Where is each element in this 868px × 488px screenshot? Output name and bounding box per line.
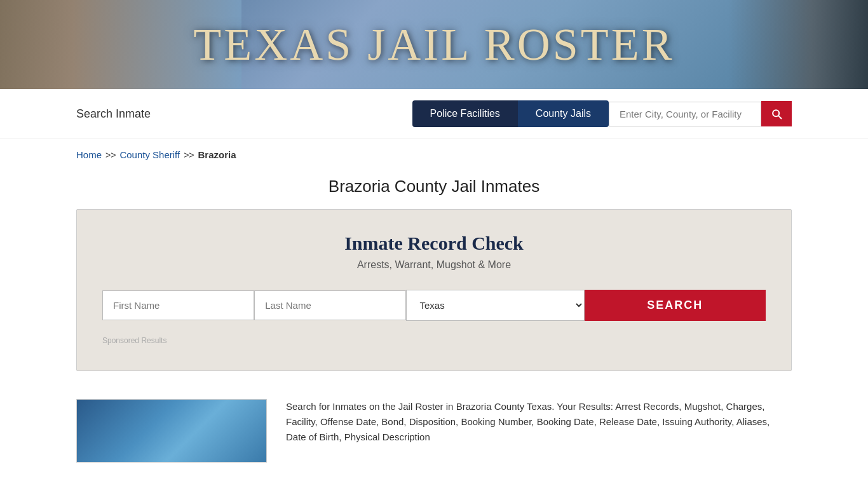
nav-right: Police Facilities County Jails <box>412 100 792 127</box>
sponsored-label: Sponsored Results <box>102 336 766 345</box>
site-title: Texas Jail Roster <box>193 18 674 71</box>
facility-search-input[interactable] <box>609 102 761 126</box>
header-banner: Texas Jail Roster <box>0 0 868 89</box>
record-check-box: Inmate Record Check Arrests, Warrant, Mu… <box>76 209 792 371</box>
facility-search-button[interactable] <box>761 101 792 126</box>
state-select[interactable]: AlabamaAlaskaArizonaArkansasCaliforniaCo… <box>406 290 584 321</box>
keys-image <box>728 0 868 89</box>
breadcrumb-sep1: >> <box>105 150 116 160</box>
bottom-area: Search for Inmates on the Jail Roster in… <box>0 384 868 478</box>
facility-image <box>76 399 267 463</box>
search-icon <box>770 107 783 120</box>
search-form: AlabamaAlaskaArizonaArkansasCaliforniaCo… <box>102 290 766 321</box>
last-name-input[interactable] <box>254 290 406 320</box>
search-inmate-label: Search Inmate <box>76 107 151 121</box>
nav-area: Search Inmate Police Facilities County J… <box>0 89 868 139</box>
police-facilities-button[interactable]: Police Facilities <box>412 100 518 127</box>
breadcrumb-home[interactable]: Home <box>76 149 102 160</box>
county-jails-button[interactable]: County Jails <box>518 100 609 127</box>
description-text: Search for Inmates on the Jail Roster in… <box>286 399 792 463</box>
breadcrumb-county-sheriff[interactable]: County Sheriff <box>119 149 180 160</box>
search-button[interactable]: SEARCH <box>585 290 766 321</box>
breadcrumb-sep2: >> <box>184 150 194 160</box>
breadcrumb: Home >> County Sheriff >> Brazoria <box>0 139 868 170</box>
first-name-input[interactable] <box>102 290 254 320</box>
breadcrumb-current: Brazoria <box>198 149 236 160</box>
record-check-subtitle: Arrests, Warrant, Mugshot & More <box>102 259 766 271</box>
record-check-title: Inmate Record Check <box>102 233 766 254</box>
page-title: Brazoria County Jail Inmates <box>0 170 868 209</box>
